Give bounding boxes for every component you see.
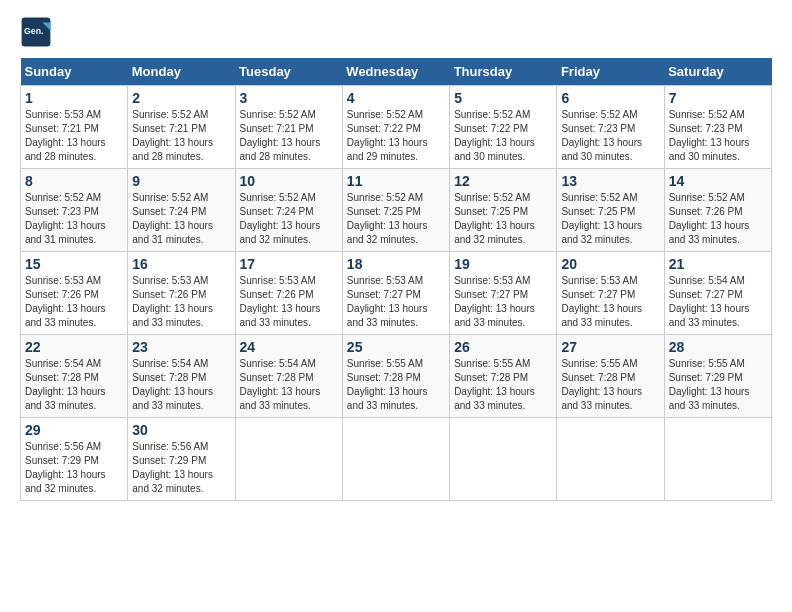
calendar-day-16: 16 Sunrise: 5:53 AM Sunset: 7:26 PM Dayl… xyxy=(128,252,235,335)
column-header-monday: Monday xyxy=(128,58,235,86)
day-number: 4 xyxy=(347,90,445,106)
day-number: 19 xyxy=(454,256,552,272)
day-number: 23 xyxy=(132,339,230,355)
day-number: 11 xyxy=(347,173,445,189)
column-header-tuesday: Tuesday xyxy=(235,58,342,86)
day-info: Sunrise: 5:54 AM Sunset: 7:27 PM Dayligh… xyxy=(669,274,767,330)
day-number: 16 xyxy=(132,256,230,272)
day-info: Sunrise: 5:55 AM Sunset: 7:28 PM Dayligh… xyxy=(347,357,445,413)
day-info: Sunrise: 5:52 AM Sunset: 7:23 PM Dayligh… xyxy=(669,108,767,164)
day-info: Sunrise: 5:52 AM Sunset: 7:22 PM Dayligh… xyxy=(454,108,552,164)
calendar-week-3: 15 Sunrise: 5:53 AM Sunset: 7:26 PM Dayl… xyxy=(21,252,772,335)
day-number: 27 xyxy=(561,339,659,355)
column-header-thursday: Thursday xyxy=(450,58,557,86)
column-header-wednesday: Wednesday xyxy=(342,58,449,86)
logo: Gen. xyxy=(20,20,56,48)
day-number: 3 xyxy=(240,90,338,106)
day-number: 24 xyxy=(240,339,338,355)
calendar-day-28: 28 Sunrise: 5:55 AM Sunset: 7:29 PM Dayl… xyxy=(664,335,771,418)
day-info: Sunrise: 5:52 AM Sunset: 7:22 PM Dayligh… xyxy=(347,108,445,164)
column-header-sunday: Sunday xyxy=(21,58,128,86)
empty-cell xyxy=(664,418,771,501)
column-header-friday: Friday xyxy=(557,58,664,86)
calendar-day-15: 15 Sunrise: 5:53 AM Sunset: 7:26 PM Dayl… xyxy=(21,252,128,335)
day-info: Sunrise: 5:52 AM Sunset: 7:23 PM Dayligh… xyxy=(25,191,123,247)
day-number: 5 xyxy=(454,90,552,106)
calendar-day-29: 29 Sunrise: 5:56 AM Sunset: 7:29 PM Dayl… xyxy=(21,418,128,501)
empty-cell xyxy=(557,418,664,501)
calendar-day-12: 12 Sunrise: 5:52 AM Sunset: 7:25 PM Dayl… xyxy=(450,169,557,252)
logo-icon: Gen. xyxy=(20,16,52,48)
day-info: Sunrise: 5:52 AM Sunset: 7:26 PM Dayligh… xyxy=(669,191,767,247)
calendar-day-9: 9 Sunrise: 5:52 AM Sunset: 7:24 PM Dayli… xyxy=(128,169,235,252)
day-info: Sunrise: 5:56 AM Sunset: 7:29 PM Dayligh… xyxy=(25,440,123,496)
calendar-day-18: 18 Sunrise: 5:53 AM Sunset: 7:27 PM Dayl… xyxy=(342,252,449,335)
calendar-day-19: 19 Sunrise: 5:53 AM Sunset: 7:27 PM Dayl… xyxy=(450,252,557,335)
day-info: Sunrise: 5:54 AM Sunset: 7:28 PM Dayligh… xyxy=(240,357,338,413)
calendar-day-6: 6 Sunrise: 5:52 AM Sunset: 7:23 PM Dayli… xyxy=(557,86,664,169)
calendar-day-21: 21 Sunrise: 5:54 AM Sunset: 7:27 PM Dayl… xyxy=(664,252,771,335)
column-header-saturday: Saturday xyxy=(664,58,771,86)
calendar-day-27: 27 Sunrise: 5:55 AM Sunset: 7:28 PM Dayl… xyxy=(557,335,664,418)
day-info: Sunrise: 5:52 AM Sunset: 7:24 PM Dayligh… xyxy=(132,191,230,247)
day-info: Sunrise: 5:52 AM Sunset: 7:25 PM Dayligh… xyxy=(454,191,552,247)
day-info: Sunrise: 5:53 AM Sunset: 7:21 PM Dayligh… xyxy=(25,108,123,164)
calendar-day-13: 13 Sunrise: 5:52 AM Sunset: 7:25 PM Dayl… xyxy=(557,169,664,252)
calendar-week-5: 29 Sunrise: 5:56 AM Sunset: 7:29 PM Dayl… xyxy=(21,418,772,501)
calendar-day-30: 30 Sunrise: 5:56 AM Sunset: 7:29 PM Dayl… xyxy=(128,418,235,501)
day-number: 13 xyxy=(561,173,659,189)
day-number: 30 xyxy=(132,422,230,438)
calendar-day-4: 4 Sunrise: 5:52 AM Sunset: 7:22 PM Dayli… xyxy=(342,86,449,169)
day-info: Sunrise: 5:52 AM Sunset: 7:21 PM Dayligh… xyxy=(240,108,338,164)
calendar-day-8: 8 Sunrise: 5:52 AM Sunset: 7:23 PM Dayli… xyxy=(21,169,128,252)
calendar-week-4: 22 Sunrise: 5:54 AM Sunset: 7:28 PM Dayl… xyxy=(21,335,772,418)
day-info: Sunrise: 5:53 AM Sunset: 7:26 PM Dayligh… xyxy=(132,274,230,330)
calendar-day-26: 26 Sunrise: 5:55 AM Sunset: 7:28 PM Dayl… xyxy=(450,335,557,418)
calendar-day-2: 2 Sunrise: 5:52 AM Sunset: 7:21 PM Dayli… xyxy=(128,86,235,169)
day-info: Sunrise: 5:52 AM Sunset: 7:23 PM Dayligh… xyxy=(561,108,659,164)
day-info: Sunrise: 5:53 AM Sunset: 7:26 PM Dayligh… xyxy=(25,274,123,330)
day-number: 15 xyxy=(25,256,123,272)
calendar-header-row: SundayMondayTuesdayWednesdayThursdayFrid… xyxy=(21,58,772,86)
day-info: Sunrise: 5:53 AM Sunset: 7:27 PM Dayligh… xyxy=(561,274,659,330)
calendar-week-1: 1 Sunrise: 5:53 AM Sunset: 7:21 PM Dayli… xyxy=(21,86,772,169)
calendar-table: SundayMondayTuesdayWednesdayThursdayFrid… xyxy=(20,58,772,501)
calendar-week-2: 8 Sunrise: 5:52 AM Sunset: 7:23 PM Dayli… xyxy=(21,169,772,252)
calendar-day-3: 3 Sunrise: 5:52 AM Sunset: 7:21 PM Dayli… xyxy=(235,86,342,169)
calendar-day-10: 10 Sunrise: 5:52 AM Sunset: 7:24 PM Dayl… xyxy=(235,169,342,252)
day-number: 28 xyxy=(669,339,767,355)
day-info: Sunrise: 5:52 AM Sunset: 7:24 PM Dayligh… xyxy=(240,191,338,247)
empty-cell xyxy=(235,418,342,501)
day-number: 7 xyxy=(669,90,767,106)
day-number: 26 xyxy=(454,339,552,355)
calendar-day-14: 14 Sunrise: 5:52 AM Sunset: 7:26 PM Dayl… xyxy=(664,169,771,252)
calendar-day-24: 24 Sunrise: 5:54 AM Sunset: 7:28 PM Dayl… xyxy=(235,335,342,418)
day-number: 1 xyxy=(25,90,123,106)
page-header: Gen. xyxy=(20,20,772,48)
day-info: Sunrise: 5:56 AM Sunset: 7:29 PM Dayligh… xyxy=(132,440,230,496)
day-number: 14 xyxy=(669,173,767,189)
day-number: 25 xyxy=(347,339,445,355)
day-number: 29 xyxy=(25,422,123,438)
calendar-day-20: 20 Sunrise: 5:53 AM Sunset: 7:27 PM Dayl… xyxy=(557,252,664,335)
day-number: 12 xyxy=(454,173,552,189)
day-number: 21 xyxy=(669,256,767,272)
day-number: 10 xyxy=(240,173,338,189)
day-info: Sunrise: 5:52 AM Sunset: 7:25 PM Dayligh… xyxy=(561,191,659,247)
calendar-day-5: 5 Sunrise: 5:52 AM Sunset: 7:22 PM Dayli… xyxy=(450,86,557,169)
calendar-day-7: 7 Sunrise: 5:52 AM Sunset: 7:23 PM Dayli… xyxy=(664,86,771,169)
day-number: 20 xyxy=(561,256,659,272)
calendar-day-11: 11 Sunrise: 5:52 AM Sunset: 7:25 PM Dayl… xyxy=(342,169,449,252)
day-number: 2 xyxy=(132,90,230,106)
day-number: 22 xyxy=(25,339,123,355)
day-info: Sunrise: 5:53 AM Sunset: 7:27 PM Dayligh… xyxy=(347,274,445,330)
day-info: Sunrise: 5:54 AM Sunset: 7:28 PM Dayligh… xyxy=(132,357,230,413)
day-number: 6 xyxy=(561,90,659,106)
day-info: Sunrise: 5:52 AM Sunset: 7:21 PM Dayligh… xyxy=(132,108,230,164)
calendar-day-22: 22 Sunrise: 5:54 AM Sunset: 7:28 PM Dayl… xyxy=(21,335,128,418)
day-info: Sunrise: 5:52 AM Sunset: 7:25 PM Dayligh… xyxy=(347,191,445,247)
calendar-day-17: 17 Sunrise: 5:53 AM Sunset: 7:26 PM Dayl… xyxy=(235,252,342,335)
calendar-day-23: 23 Sunrise: 5:54 AM Sunset: 7:28 PM Dayl… xyxy=(128,335,235,418)
day-number: 17 xyxy=(240,256,338,272)
svg-text:Gen.: Gen. xyxy=(24,26,44,36)
